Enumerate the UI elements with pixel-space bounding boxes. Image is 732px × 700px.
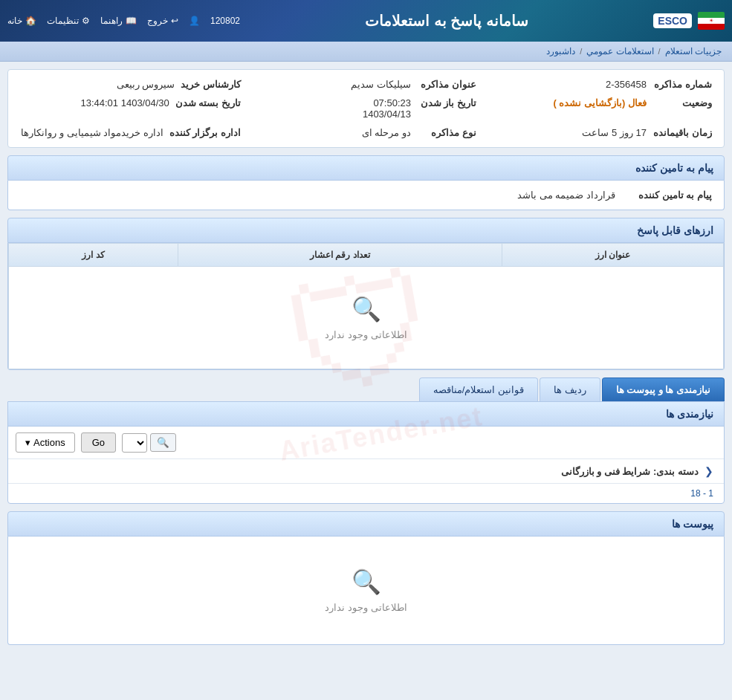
currencies-table-wrapper: عنوان ارز تعداد رقم اعشار کد ارز 🔍 اطلاع… <box>7 243 725 370</box>
negotiation-title-label: عنوان مذاکره <box>417 79 476 90</box>
main-content: شماره مذاکره 2-356458 عنوان مذاکره سیلیک… <box>0 62 732 660</box>
exit-icon: ↩ <box>171 16 178 26</box>
buyer-value: سیروس ربیعی <box>117 79 175 90</box>
currencies-empty-text: اطلاعاتی وجود ندارد <box>40 329 692 340</box>
negotiation-number-cell: شماره مذاکره 2-356458 <box>491 79 712 90</box>
needs-section-header: نیازمندی ها <box>8 402 724 427</box>
currencies-section: ارزهای قابل پاسخ عنوان ارز تعداد رقم اعش… <box>7 218 725 370</box>
close-date-value: 07:50:23 1403/04/13 <box>363 97 411 120</box>
negotiation-type-label: نوع مذاکره <box>417 127 476 138</box>
book-icon: 📖 <box>126 16 137 26</box>
exit-link[interactable]: ↩ خروج <box>147 16 178 26</box>
remaining-time-label: زمان باقیمانده <box>652 127 712 138</box>
supplier-message-header: پیام به تامین کننده <box>7 155 725 181</box>
status-cell: وضعيت فعال (بازگشایی نشده ) <box>491 97 712 120</box>
col-decimal-count: تعداد رقم اعشار <box>178 244 502 267</box>
search-icon: 🔍 <box>157 437 169 448</box>
inquiry-info-section: شماره مذاکره 2-356458 عنوان مذاکره سیلیک… <box>7 69 725 148</box>
status-label: وضعيت <box>652 97 712 108</box>
search-icon: 🔍 <box>40 295 692 323</box>
message-label: پیام به تامین کننده <box>623 189 712 201</box>
message-value: قرارداد ضمیمه می باشد <box>517 189 615 201</box>
home-icon: 🏠 <box>25 16 36 26</box>
esco-logo: ESCO <box>653 13 692 28</box>
tab-rules[interactable]: قوانین استعلام/مناقصه <box>419 377 538 401</box>
closed-date-cell: تاریخ بسته شدن 1403/04/30 13:44:01 <box>20 97 241 120</box>
iran-flag: ☀ <box>698 12 725 30</box>
home-link[interactable]: 🏠 خانه <box>7 16 36 26</box>
search-area: 🔍 <box>122 433 176 453</box>
currencies-empty-row: 🔍 اطلاعاتی وجود ندارد <box>9 267 724 369</box>
search-button[interactable]: 🔍 <box>150 433 176 452</box>
page-title: سامانه پاسخ به استعلامات <box>240 12 653 30</box>
category-toggle-icon[interactable]: ❮ <box>705 465 713 477</box>
close-date-cell: تاریخ باز شدن 07:50:23 1403/04/13 <box>256 97 476 120</box>
chevron-down-icon: ▾ <box>25 437 30 448</box>
needs-toolbar: ▾ Actions Go 🔍 <box>8 427 724 459</box>
tabs-container: نیازمندی ها و پیوست ها ردیف ها قوانین اس… <box>7 377 725 401</box>
attachments-header: پیوست ها <box>7 511 725 537</box>
exit-label: خروج <box>147 16 168 26</box>
currencies-table-header-row: عنوان ارز تعداد رقم اعشار کد ارز <box>9 244 724 267</box>
negotiation-title-value: سیلیکات سدیم <box>351 79 411 90</box>
home-label: خانه <box>7 16 22 26</box>
needs-section: نیازمندی ها ▾ Actions Go 🔍 ❮ دسته بندی: … <box>7 401 725 504</box>
tab-needs[interactable]: نیازمندی ها و پیوست ها <box>602 377 725 401</box>
breadcrumb-inquiry-details[interactable]: جزيیات استعلام <box>665 46 722 56</box>
user-id: 120802 <box>210 16 240 26</box>
closed-date-label: تاریخ بسته شدن <box>175 97 241 108</box>
search-icon: 🔍 <box>42 568 690 596</box>
top-header: ☀ ESCO سامانه پاسخ به استعلامات 120802 👤… <box>0 0 732 42</box>
actions-label: Actions <box>33 437 65 448</box>
category-row: ❮ دسته بندی: شرایط فنی و بازرگانی <box>8 459 724 484</box>
remaining-time-cell: زمان باقیمانده 17 روز 5 ساعت <box>491 127 712 138</box>
currencies-empty-state: 🔍 اطلاعاتی وجود ندارد <box>18 273 714 363</box>
header-nav: 120802 👤 ↩ خروج 📖 راهنما ⚙ تنظیمات 🏠 خان… <box>7 16 240 26</box>
organizer-cell: اداره برگزار کننده اداره خریدمواد شیمیای… <box>20 127 241 138</box>
buyer-cell: کارشناس خرید سیروس ربیعی <box>20 79 241 90</box>
negotiation-type-value: دو مرحله ای <box>362 127 411 138</box>
settings-link[interactable]: ⚙ تنظیمات <box>47 16 90 26</box>
gear-icon: ⚙ <box>82 16 90 26</box>
currencies-table: عنوان ارز تعداد رقم اعشار کد ارز 🔍 اطلاع… <box>8 243 724 369</box>
breadcrumb: جزيیات استعلام / استعلامات عمومي / داشبو… <box>0 42 732 62</box>
actions-button[interactable]: ▾ Actions <box>16 432 75 453</box>
organizer-label: اداره برگزار کننده <box>169 127 241 138</box>
closed-date-value: 1403/04/30 13:44:01 <box>80 97 169 108</box>
supplier-message-section: پیام به تامین کننده پیام به تامین کننده … <box>7 155 725 210</box>
negotiation-type-cell: نوع مذاکره دو مرحله ای <box>256 127 476 138</box>
logo-area: ☀ ESCO <box>653 12 725 30</box>
remaining-time-value: 17 روز 5 ساعت <box>582 127 647 138</box>
status-badge: فعال (بازگشایی نشده ) <box>554 97 647 108</box>
search-dropdown[interactable] <box>122 433 147 453</box>
attachments-empty-text: اطلاعاتی وجود ندارد <box>42 602 690 613</box>
currencies-header: ارزهای قابل پاسخ <box>7 218 725 243</box>
negotiation-number-label: شماره مذاکره <box>652 79 712 90</box>
negotiation-number-value: 2-356458 <box>606 79 647 90</box>
settings-label: تنظیمات <box>47 16 79 26</box>
buyer-label: کارشناس خرید <box>181 79 241 90</box>
attachments-section: پیوست ها 🔍 اطلاعاتی وجود ندارد <box>7 511 725 645</box>
organizer-value: اداره خریدمواد شیمیایی و روانکارها <box>21 127 163 138</box>
attachments-body: 🔍 اطلاعاتی وجود ندارد <box>7 537 725 645</box>
tab-rows[interactable]: ردیف ها <box>540 377 600 401</box>
breadcrumb-general-inquiries[interactable]: استعلامات عمومي <box>586 46 653 56</box>
col-currency-code: کد ارز <box>9 244 178 267</box>
category-label: دسته بندی: شرایط فنی و بازرگانی <box>561 466 699 477</box>
attachments-empty-state: 🔍 اطلاعاتی وجود ندارد <box>20 545 712 635</box>
currencies-empty-cell: 🔍 اطلاعاتی وجود ندارد <box>9 267 724 369</box>
close-date-label: تاریخ باز شدن <box>417 97 476 108</box>
go-button[interactable]: Go <box>81 432 116 453</box>
page-info: 1 - 18 <box>8 484 724 503</box>
inquiry-grid: شماره مذاکره 2-356458 عنوان مذاکره سیلیک… <box>20 79 712 138</box>
guide-label: راهنما <box>100 16 123 26</box>
col-currency-title: عنوان ارز <box>502 244 723 267</box>
supplier-message-body: پیام به تامین کننده قرارداد ضمیمه می باش… <box>7 181 725 210</box>
breadcrumb-dashboard[interactable]: داشبورد <box>546 46 575 56</box>
message-row: پیام به تامین کننده قرارداد ضمیمه می باش… <box>20 189 712 201</box>
user-icon: 👤 <box>189 16 200 26</box>
guide-link[interactable]: 📖 راهنما <box>100 16 137 26</box>
negotiation-title-cell: عنوان مذاکره سیلیکات سدیم <box>256 79 476 90</box>
